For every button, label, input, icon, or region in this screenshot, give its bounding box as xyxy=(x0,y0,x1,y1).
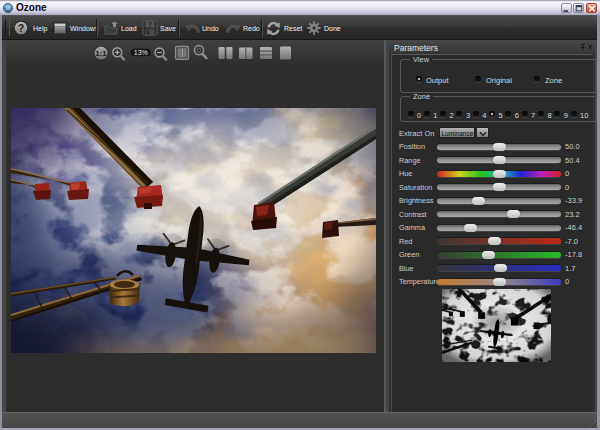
svg-text:13%: 13% xyxy=(134,49,148,56)
svg-text:?: ? xyxy=(148,21,152,28)
svg-text:?: ? xyxy=(18,22,24,34)
svg-text:1:1: 1:1 xyxy=(95,49,107,58)
